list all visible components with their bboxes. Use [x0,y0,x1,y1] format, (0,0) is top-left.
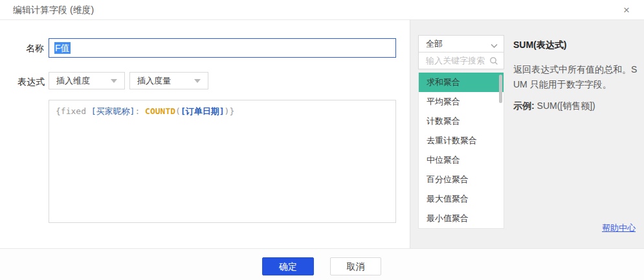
category-dropdown[interactable]: 全部 [418,35,504,52]
name-input[interactable]: F值 [49,38,396,58]
doc-example-label: 示例: [513,100,535,111]
code-token-open: {fixed [56,106,91,116]
list-item-sum[interactable]: 求和聚合 [419,73,504,92]
insert-dimension-label: 插入维度 [56,73,90,89]
code-token-field2: [订单日期] [181,106,225,116]
ok-button[interactable]: 确定 [262,257,314,275]
insert-dimension-dropdown[interactable]: 插入维度 [49,72,125,89]
name-input-selected-text: F值 [54,42,71,54]
list-item-count-distinct[interactable]: 去重计数聚合 [419,131,504,150]
insert-measure-dropdown[interactable]: 插入度量 [129,72,208,89]
list-scrollbar-thumb[interactable] [499,75,502,103]
function-help-panel: 全部 求和聚合 平均聚合 计数聚合 去重计数聚合 中位聚合 百分位聚合 最大值聚… [410,20,644,248]
list-item-median[interactable]: 中位聚合 [419,150,504,170]
search-input[interactable] [419,52,489,69]
close-icon[interactable]: × [619,3,634,18]
doc-example-value: SUM([销售额]) [535,100,595,111]
cancel-button[interactable]: 取消 [330,257,381,275]
caret-down-icon [194,79,201,83]
aggregation-function-list: 求和聚合 平均聚合 计数聚合 去重计数聚合 中位聚合 百分位聚合 最大值聚合 最… [418,73,504,229]
search-icon [489,56,498,68]
caret-down-icon [111,79,117,83]
name-label: 名称 [26,43,44,54]
dialog-titlebar: 编辑计算字段 (维度) × [0,0,644,20]
code-token-colon: : [135,106,145,116]
code-token-field1: [买家昵称] [91,106,135,116]
function-search-box [418,52,504,69]
edit-calculated-field-dialog: 编辑计算字段 (维度) × 名称 F值 表达式 插入维度 插入度量 {fixed… [0,0,644,280]
list-item-percentile[interactable]: 百分位聚合 [419,170,504,189]
insert-measure-label: 插入度量 [137,73,171,89]
chevron-down-icon [491,41,498,51]
list-item-max[interactable]: 最大值聚合 [419,189,504,209]
expression-label: 表达式 [17,76,45,88]
dialog-footer: 确定 取消 [0,248,644,280]
category-dropdown-value: 全部 [426,36,443,52]
list-item-count[interactable]: 计数聚合 [419,111,504,131]
doc-example: 示例: SUM([销售额]) [513,100,643,112]
list-item-min[interactable]: 最小值聚合 [419,209,504,228]
expression-editor[interactable]: {fixed [买家昵称]: COUNTD([订单日期])} [49,100,396,223]
help-center-link[interactable]: 帮助中心 [602,222,636,234]
doc-title: SUM(表达式) [513,40,643,51]
code-token-function: COUNTD [145,106,175,116]
function-doc: SUM(表达式) 返回表达式中所有值的总和。SUM 只能用于数字字段。 示例: … [513,40,643,112]
code-token-paren: ( [175,106,181,116]
dialog-title: 编辑计算字段 (维度) [13,0,94,20]
code-token-close: )} [225,106,235,116]
doc-description: 返回表达式中所有值的总和。SUM 只能用于数字字段。 [513,62,641,92]
list-item-avg[interactable]: 平均聚合 [419,92,504,111]
